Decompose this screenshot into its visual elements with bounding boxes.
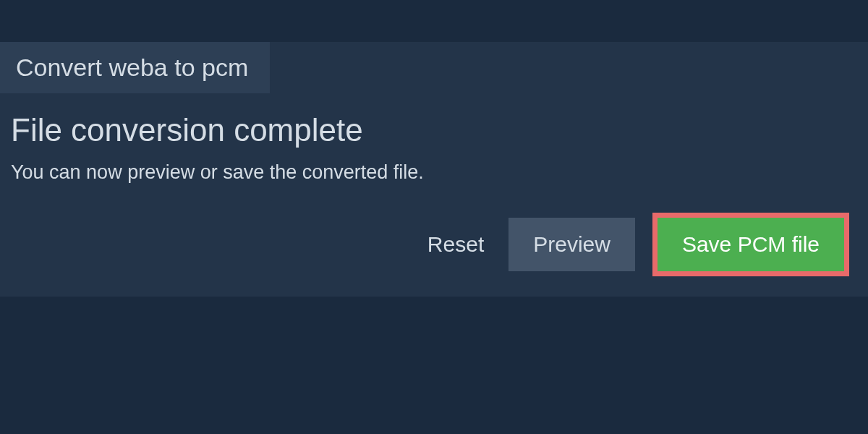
page-title: File conversion complete (11, 112, 868, 148)
tab-convert[interactable]: Convert weba to pcm (0, 42, 270, 93)
page-subtext: You can now preview or save the converte… (11, 161, 868, 184)
preview-button[interactable]: Preview (509, 218, 635, 271)
reset-button[interactable]: Reset (427, 232, 484, 257)
conversion-panel: Convert weba to pcm File conversion comp… (0, 42, 868, 297)
save-pcm-file-button[interactable]: Save PCM file (652, 213, 849, 276)
action-row: Reset Preview Save PCM file (0, 213, 868, 276)
